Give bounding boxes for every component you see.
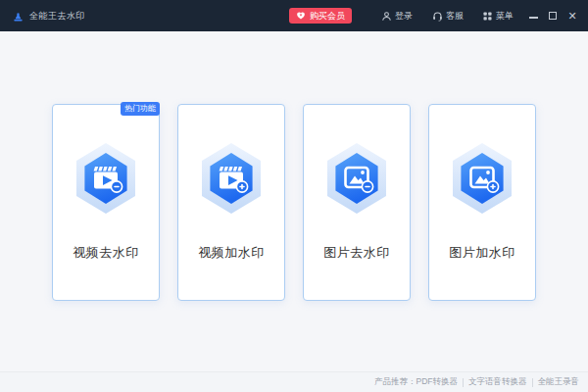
card-label: 图片加水印 <box>449 244 515 262</box>
image-remove-watermark-icon <box>325 142 388 215</box>
login-button[interactable]: 登录 <box>381 10 413 23</box>
login-label: 登录 <box>395 10 413 23</box>
window-controls: ✕ <box>523 0 582 31</box>
close-icon: ✕ <box>567 11 576 22</box>
minimize-button[interactable] <box>523 0 543 31</box>
buy-membership-button[interactable]: 购买会员 <box>289 8 352 24</box>
heart-icon <box>296 11 306 21</box>
video-remove-watermark-icon <box>74 142 137 215</box>
footer-link-pdf-converter[interactable]: PDF转换器 <box>416 376 459 388</box>
grid-menu-icon <box>482 11 493 22</box>
footer-bar: 产品推荐： PDF转换器 文字语音转换器 全能王录音 <box>0 371 588 392</box>
footer-link-recorder[interactable]: 全能王录音 <box>538 376 580 388</box>
card-video-remove-watermark[interactable]: 热门功能 视频去水印 <box>52 104 160 301</box>
minimize-icon <box>529 17 538 18</box>
hot-feature-badge: 热门功能 <box>121 102 160 116</box>
support-button[interactable]: 客服 <box>432 10 464 23</box>
video-add-watermark-icon <box>200 142 263 215</box>
titlebar-actions: 购买会员 登录 客服 <box>289 0 582 31</box>
app-window: 全能王去水印 购买会员 登录 <box>0 0 588 392</box>
buy-membership-label: 购买会员 <box>310 10 345 23</box>
menu-button[interactable]: 菜单 <box>482 10 514 23</box>
card-label: 图片去水印 <box>323 244 390 262</box>
footer-link-text-speech-converter[interactable]: 文字语音转换器 <box>468 376 527 388</box>
menu-label: 菜单 <box>496 10 514 23</box>
headset-icon <box>432 11 443 22</box>
user-icon <box>381 11 392 22</box>
footer-divider <box>532 378 533 387</box>
support-label: 客服 <box>446 10 464 23</box>
app-title: 全能王去水印 <box>29 10 85 23</box>
card-image-add-watermark[interactable]: 图片加水印 <box>428 104 536 301</box>
card-video-add-watermark[interactable]: 视频加水印 <box>177 104 285 301</box>
maximize-icon <box>549 12 557 20</box>
card-label: 视频去水印 <box>73 244 139 262</box>
image-add-watermark-icon <box>451 142 514 215</box>
close-button[interactable]: ✕ <box>563 0 582 31</box>
maximize-button[interactable] <box>543 0 563 31</box>
titlebar: 全能王去水印 购买会员 登录 <box>0 0 588 31</box>
footer-divider <box>463 378 464 387</box>
card-image-remove-watermark[interactable]: 图片去水印 <box>303 104 411 301</box>
stamp-logo-icon <box>12 10 24 23</box>
main-area: 热门功能 视频去水印 <box>0 31 588 371</box>
footer-prefix: 产品推荐： <box>374 376 416 388</box>
app-logo: 全能王去水印 <box>12 10 85 23</box>
card-label: 视频加水印 <box>198 244 265 262</box>
